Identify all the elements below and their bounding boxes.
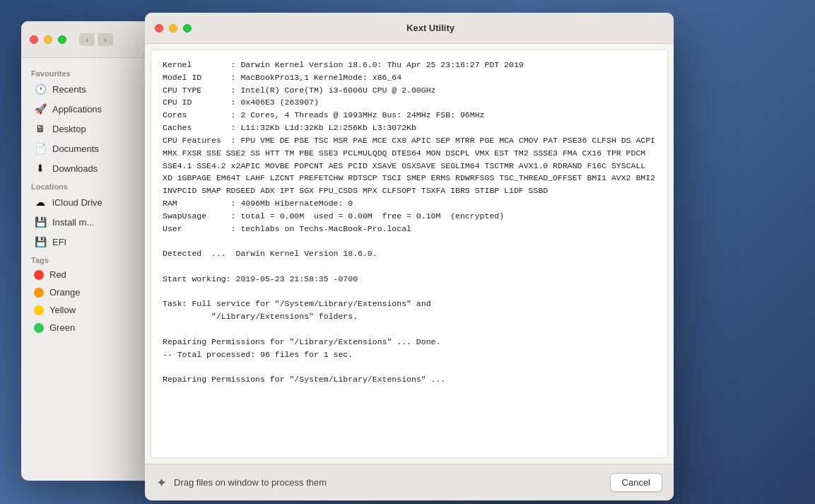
back-button[interactable]: ‹ (79, 33, 95, 46)
icloud-icon: ☁ (34, 196, 47, 209)
downloads-icon: ⬇ (34, 162, 47, 175)
close-button[interactable] (30, 35, 38, 44)
efi-icon: 💾 (34, 235, 47, 248)
spinner-icon: ✦ (156, 475, 167, 491)
yellow-tag-dot (34, 305, 44, 315)
install-label: Install m... (52, 217, 94, 228)
desktop-label: Desktop (52, 124, 86, 134)
icloud-label: iCloud Drive (52, 197, 102, 208)
kext-window: Kext Utility Kernel : Darwin Kernel Vers… (145, 13, 674, 500)
kext-close-button[interactable] (155, 24, 163, 33)
orange-tag-label: Orange (49, 287, 80, 298)
documents-label: Documents (52, 143, 99, 154)
footer-drag-text: Drag files on window to process them (174, 477, 327, 488)
minimize-button[interactable] (44, 35, 52, 44)
downloads-label: Downloads (52, 163, 98, 174)
red-tag-dot (34, 270, 44, 280)
cancel-button[interactable]: Cancel (610, 473, 662, 492)
kext-minimize-button[interactable] (169, 24, 177, 33)
maximize-button[interactable] (58, 35, 66, 44)
kext-window-title: Kext Utility (197, 23, 664, 33)
kext-maximize-button[interactable] (183, 24, 192, 33)
recents-label: Recents (52, 84, 86, 95)
desktop-icon: 🖥 (34, 122, 47, 135)
yellow-tag-label: Yellow (49, 305, 76, 315)
install-icon: 💾 (34, 216, 47, 228)
efi-label: EFI (52, 237, 66, 247)
log-output[interactable]: Kernel : Darwin Kernel Version 18.6.0: T… (151, 49, 668, 458)
red-tag-label: Red (49, 269, 66, 280)
kext-content: Kernel : Darwin Kernel Version 18.6.0: T… (145, 44, 674, 464)
applications-icon: 🚀 (34, 102, 47, 115)
green-tag-dot (34, 323, 44, 333)
recents-icon: 🕐 (34, 83, 47, 95)
kext-titlebar: Kext Utility (145, 13, 674, 44)
green-tag-label: Green (49, 322, 75, 333)
kext-footer: ✦ Drag files on window to process them C… (145, 464, 674, 500)
forward-button[interactable]: › (98, 33, 113, 46)
documents-icon: 📄 (34, 142, 47, 155)
footer-left: ✦ Drag files on window to process them (156, 475, 327, 491)
orange-tag-dot (34, 288, 44, 298)
applications-label: Applications (52, 104, 102, 115)
